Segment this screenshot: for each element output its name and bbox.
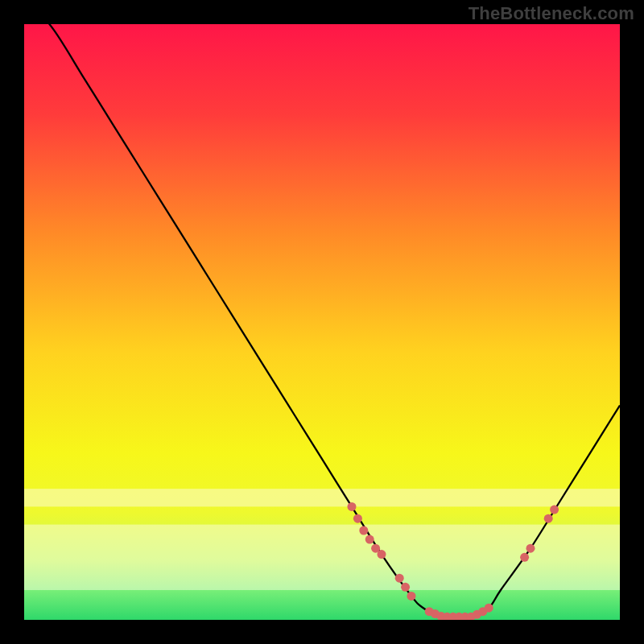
data-marker (378, 550, 386, 559)
light-band (24, 525, 620, 590)
data-marker (348, 502, 357, 511)
data-marker (485, 604, 493, 613)
data-marker (359, 526, 368, 535)
data-marker (353, 514, 362, 523)
chart-container: TheBottleneck.com (0, 0, 644, 644)
data-marker (526, 544, 535, 553)
data-marker (407, 592, 416, 601)
chart-svg (24, 24, 620, 620)
data-marker (365, 535, 374, 544)
data-marker (550, 506, 559, 514)
data-marker (395, 574, 404, 583)
light-band (24, 489, 620, 506)
data-marker (544, 514, 553, 523)
watermark-label: TheBottleneck.com (469, 3, 634, 24)
data-marker (520, 553, 529, 562)
plot-area (24, 24, 620, 620)
data-marker (401, 583, 410, 592)
